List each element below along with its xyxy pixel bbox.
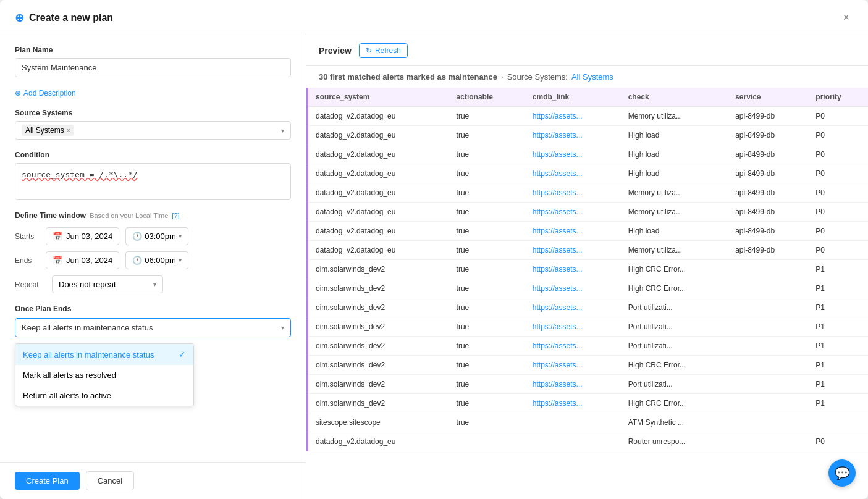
table-row: datadog_v2.datadog_euRouter unrespo...P0	[308, 432, 869, 451]
chat-fab-button[interactable]: 💬	[828, 459, 856, 487]
cell-actionable: true	[449, 203, 525, 222]
cell-service: api-8499-db	[728, 241, 808, 260]
ends-time-input[interactable]: 🕐 06:00pm ▾	[125, 251, 188, 269]
cancel-button[interactable]: Cancel	[86, 471, 134, 490]
table-row: oim.solarwinds_dev2truehttps://assets...…	[308, 337, 869, 356]
plan-name-label: Plan Name	[15, 46, 291, 54]
chevron-down-icon: ▾	[153, 281, 156, 288]
cell-service	[728, 298, 808, 317]
plan-name-input[interactable]	[15, 58, 291, 77]
source-systems-tag: All Systems ×	[22, 125, 74, 136]
create-plan-button[interactable]: Create Plan	[15, 472, 80, 490]
condition-input[interactable]: source_system = /.*\..*/	[15, 163, 291, 200]
cell-actionable: true	[449, 126, 525, 145]
cell-check: Port utilizati...	[621, 375, 728, 394]
cell-source-system: datadog_v2.datadog_eu	[308, 222, 449, 241]
cell-service	[728, 413, 808, 432]
condition-group: Condition source_system = /.*\..*/	[15, 151, 291, 200]
col-source-system: source_system	[308, 88, 449, 107]
preview-header: Preview ↻ Refresh	[306, 43, 868, 66]
starts-date-value: Jun 03, 2024	[66, 232, 112, 241]
cell-source-system: datadog_v2.datadog_eu	[308, 203, 449, 222]
clock-icon: 🕐	[132, 232, 142, 241]
dropdown-item-resolved[interactable]: Mark all alerts as resolved	[15, 365, 193, 385]
cell-check: Port utilizati...	[621, 317, 728, 337]
cell-priority: P1	[808, 375, 868, 394]
cell-actionable: true	[449, 260, 525, 279]
table-row: datadog_v2.datadog_eutruehttps://assets.…	[308, 241, 869, 260]
ends-date-value: Jun 03, 2024	[66, 256, 112, 265]
check-icon: ✓	[179, 350, 186, 359]
cell-source-system: oim.solarwinds_dev2	[308, 279, 449, 298]
calendar-icon: 📅	[53, 232, 62, 241]
starts-time-input[interactable]: 🕐 03:00pm ▾	[125, 227, 188, 245]
dropdown-item-active[interactable]: Return all alerts to active	[15, 385, 193, 406]
cell-service	[728, 394, 808, 413]
once-plan-ends-dropdown[interactable]: Keep all alerts in maintenance status ▾	[15, 318, 291, 337]
table-row: datadog_v2.datadog_eutruehttps://assets.…	[308, 145, 869, 164]
once-plan-ends-label: Once Plan Ends	[15, 304, 291, 313]
cell-source-system: datadog_v2.datadog_eu	[308, 164, 449, 183]
once-plan-ends-group: Once Plan Ends Keep all alerts in mainte…	[15, 304, 291, 337]
cell-cmdb-link	[525, 432, 621, 451]
cell-actionable: true	[449, 145, 525, 164]
calendar-icon: 📅	[53, 256, 62, 265]
cell-actionable	[449, 432, 525, 451]
tag-remove-icon[interactable]: ×	[67, 127, 70, 134]
cell-priority: P1	[808, 394, 868, 413]
dropdown-item-keep[interactable]: Keep all alerts in maintenance status ✓	[15, 344, 193, 365]
col-actionable: actionable	[449, 88, 525, 107]
cell-actionable: true	[449, 107, 525, 126]
cell-priority: P1	[808, 337, 868, 356]
cell-service: api-8499-db	[728, 222, 808, 241]
refresh-button[interactable]: ↻ Refresh	[359, 43, 408, 58]
cell-priority: P1	[808, 317, 868, 337]
ends-label: Ends	[15, 256, 40, 265]
dropdown-menu: Keep all alerts in maintenance status ✓ …	[15, 343, 194, 406]
cell-service: api-8499-db	[728, 203, 808, 222]
alerts-table-container: source_system actionable cmdb_link check…	[306, 88, 868, 499]
cell-check: ATM Synthetic ...	[621, 413, 728, 432]
close-button[interactable]: ×	[839, 10, 853, 25]
ends-date-input[interactable]: 📅 Jun 03, 2024	[46, 251, 119, 269]
cell-source-system: datadog_v2.datadog_eu	[308, 126, 449, 145]
cell-actionable: true	[449, 222, 525, 241]
cell-check: Router unrespo...	[621, 432, 728, 451]
cell-source-system: oim.solarwinds_dev2	[308, 394, 449, 413]
cell-cmdb-link: https://assets...	[525, 260, 621, 279]
modal-footer: Create Plan Cancel	[0, 462, 306, 499]
cell-check: High load	[621, 164, 728, 183]
cell-priority: P0	[808, 164, 868, 183]
matched-alerts-text: 30 first matched alerts marked as mainte…	[319, 72, 497, 82]
cell-actionable: true	[449, 337, 525, 356]
dropdown-selected-label: Keep all alerts in maintenance status	[22, 323, 153, 332]
cell-source-system: oim.solarwinds_dev2	[308, 317, 449, 337]
cell-priority	[808, 413, 868, 432]
cell-actionable: true	[449, 413, 525, 432]
repeat-select[interactable]: Does not repeat ▾	[52, 275, 163, 293]
cell-priority: P1	[808, 298, 868, 317]
starts-date-input[interactable]: 📅 Jun 03, 2024	[46, 227, 119, 245]
add-description-link[interactable]: ⊕ Add Description	[15, 89, 76, 98]
cell-source-system: datadog_v2.datadog_eu	[308, 145, 449, 164]
cell-cmdb-link: https://assets...	[525, 126, 621, 145]
cell-check: Port utilizati...	[621, 298, 728, 317]
help-link[interactable]: [?]	[172, 212, 179, 219]
source-systems-info-value: All Systems	[571, 72, 613, 82]
cell-priority: P0	[808, 145, 868, 164]
cell-service: api-8499-db	[728, 107, 808, 126]
cell-service: api-8499-db	[728, 164, 808, 183]
cell-service	[728, 317, 808, 337]
chevron-down-icon: ▾	[281, 324, 284, 331]
table-body: datadog_v2.datadog_eutruehttps://assets.…	[308, 107, 869, 451]
cell-actionable: true	[449, 375, 525, 394]
cell-source-system: datadog_v2.datadog_eu	[308, 183, 449, 203]
source-systems-input[interactable]: All Systems × ▾	[15, 121, 291, 140]
cell-cmdb-link	[525, 413, 621, 432]
source-systems-group: Source Systems All Systems × ▾	[15, 109, 291, 140]
starts-time-value: 03:00pm	[145, 232, 176, 241]
modal-title-text: Create a new plan	[29, 12, 113, 23]
left-panel: Plan Name ⊕ Add Description Source Syste…	[0, 33, 306, 499]
table-row: datadog_v2.datadog_eutruehttps://assets.…	[308, 183, 869, 203]
cell-check: Memory utiliza...	[621, 241, 728, 260]
